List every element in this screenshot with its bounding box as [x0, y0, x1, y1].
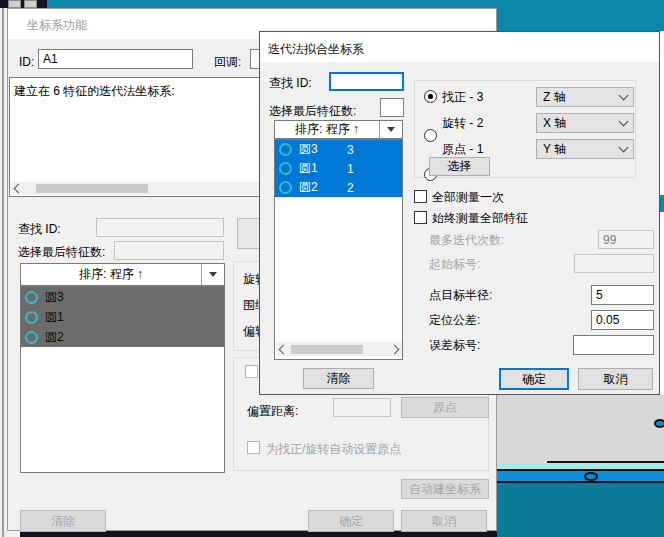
measure-all-checkbox[interactable] [414, 211, 427, 224]
auto-align-button[interactable]: 自动建坐标系 [401, 479, 489, 499]
point-target-radius-input[interactable] [591, 285, 654, 305]
point-target-radius-label: 点目标半径: [429, 288, 492, 302]
offset-distance-input[interactable] [333, 398, 391, 417]
last-feature-input[interactable] [380, 98, 404, 117]
sort-header[interactable]: 排序: 程序 ↑ [20, 263, 225, 286]
error-label-field[interactable] [574, 336, 653, 354]
feature-name: 圆2 [45, 329, 64, 346]
feature-order: 1 [347, 162, 354, 176]
find-id-input-field[interactable] [331, 74, 402, 89]
last-feature-label: 选择最后特征数: [18, 245, 105, 259]
find-id-label: 查找 ID: [269, 76, 312, 90]
feature-list-item[interactable]: 圆3 [21, 287, 224, 307]
sort-dropdown-button[interactable] [379, 121, 402, 138]
sort-header-label: 排序: 程序 ↑ [21, 266, 201, 283]
error-label-label: 误差标号: [429, 338, 480, 352]
axis-dropdown-y[interactable]: Y 轴 [536, 139, 634, 159]
ok-button[interactable]: 确定 [308, 510, 394, 532]
description-text: 建立在 6 特征的迭代法坐标系: [14, 84, 175, 98]
list-hscrollbar[interactable] [276, 342, 402, 356]
feature-order: 3 [347, 143, 354, 157]
feature-name: 圆1 [45, 309, 64, 326]
ok-button[interactable]: 确定 [499, 368, 569, 390]
scrollbar-thumb[interactable] [291, 345, 363, 354]
iterative-dialog-title: 迭代法拟合坐标系 [268, 41, 364, 58]
start-label-input[interactable] [574, 254, 654, 273]
radio-rotate[interactable] [424, 129, 437, 142]
start-label-label: 起始标号: [429, 257, 480, 271]
axis-dropdown-z-value: Z 轴 [543, 89, 620, 106]
right-sliver-white2 [660, 212, 664, 395]
axis-dropdown-y-value: Y 轴 [543, 141, 620, 158]
max-iterations-field[interactable] [599, 231, 653, 248]
find-id-input[interactable] [329, 72, 404, 91]
feature-list-item[interactable]: 圆1 1 [275, 159, 402, 178]
id-label: ID: [19, 55, 34, 69]
scroll-left-icon[interactable] [14, 184, 24, 194]
radio-align[interactable] [424, 90, 437, 103]
point-target-radius-field[interactable] [592, 286, 653, 304]
radio-align-label: 找正 - 3 [442, 90, 483, 104]
feature-list-item[interactable]: 圆1 [21, 307, 224, 327]
chevron-down-icon [619, 117, 629, 127]
auto-origin-label: 为找正/旋转自动设置原点 [266, 442, 401, 456]
fixture-tolerance-field[interactable] [592, 311, 653, 329]
hidden-checkbox-fragment[interactable] [245, 365, 258, 378]
alignment-dialog-title: 坐标系功能 [27, 17, 87, 34]
id-input[interactable] [38, 49, 193, 69]
origin-button[interactable]: 原点 [401, 397, 489, 418]
find-id-input[interactable] [96, 218, 224, 237]
last-feature-label: 选择最后特征数: [269, 104, 356, 118]
cancel-button[interactable]: 取消 [401, 510, 487, 532]
circle-feature-icon [279, 162, 292, 175]
auto-origin-checkbox[interactable] [247, 441, 260, 454]
feature-list-item[interactable]: 圆3 3 [275, 140, 402, 159]
clear-button[interactable]: 清除 [303, 368, 374, 389]
offset-distance-field[interactable] [334, 399, 390, 416]
feature-name: 圆3 [299, 141, 318, 158]
feature-name: 圆3 [45, 289, 64, 306]
offset-distance-label: 偏置距离: [247, 404, 298, 418]
recall-label: 回调: [214, 55, 241, 69]
left-edge-line [2, 8, 4, 537]
clear-button[interactable]: 清除 [20, 510, 106, 532]
axis-dropdown-x[interactable]: X 轴 [536, 113, 634, 133]
measure-all-label: 始终测量全部特征 [432, 211, 528, 225]
scroll-right-icon[interactable] [390, 344, 400, 354]
axis-dropdown-z[interactable]: Z 轴 [536, 87, 634, 107]
last-feature-input-field[interactable] [381, 99, 403, 116]
sort-dropdown-button[interactable] [201, 264, 224, 285]
fixture-tolerance-input[interactable] [591, 310, 654, 330]
last-feature-input-field[interactable] [115, 242, 223, 259]
cad-feature-dot [654, 419, 664, 428]
feature-list[interactable]: 圆3 圆1 圆2 [20, 286, 225, 473]
window-button-icon[interactable] [8, 0, 21, 8]
error-label-input[interactable] [573, 335, 654, 355]
feature-list-item[interactable]: 圆2 [21, 327, 224, 347]
find-id-input-field[interactable] [97, 219, 223, 236]
id-input-field[interactable] [39, 50, 192, 68]
measure-once-checkbox[interactable] [414, 190, 427, 203]
axis-dropdown-x-value: X 轴 [543, 115, 620, 132]
scroll-left-icon[interactable] [279, 344, 289, 354]
last-feature-input[interactable] [114, 241, 224, 260]
scrollbar-thumb[interactable] [36, 184, 148, 193]
max-iterations-input[interactable] [598, 230, 654, 249]
circle-feature-icon [279, 181, 292, 194]
measure-once-label: 全部测量一次 [432, 190, 504, 204]
feature-list[interactable]: 圆3 3 圆1 1 圆2 2 [274, 139, 403, 360]
bottom-gray-gap [7, 531, 20, 537]
feature-list-item[interactable]: 圆2 2 [275, 178, 402, 197]
start-label-field[interactable] [575, 255, 653, 272]
circle-feature-icon [25, 291, 38, 304]
select-button[interactable]: 选择 [429, 157, 490, 176]
chevron-down-icon [619, 143, 629, 153]
window-button-icon[interactable] [24, 0, 37, 8]
triangle-down-icon [387, 127, 395, 132]
cancel-button[interactable]: 取消 [578, 368, 653, 390]
sort-header[interactable]: 排序: 程序 ↑ [274, 120, 403, 139]
right-sliver-teal [660, 195, 664, 212]
cad-hole-ellipse [584, 472, 598, 481]
circle-feature-icon [25, 311, 38, 324]
sort-header-label: 排序: 程序 ↑ [275, 121, 379, 138]
